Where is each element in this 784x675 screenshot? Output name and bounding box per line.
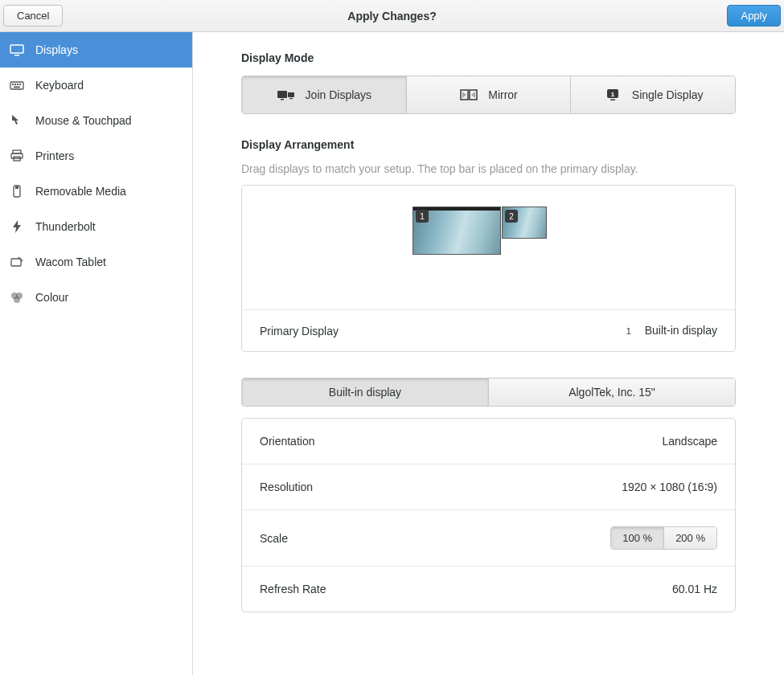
svg-rect-13 [11,259,21,266]
mode-join-button[interactable]: Join Displays [242,76,407,113]
content-panel: Display Mode Join Displays Mirror 1 Sing… [193,32,784,675]
svg-text:1: 1 [611,91,615,98]
display-2-thumbnail[interactable]: 2 [502,207,547,239]
join-displays-icon [277,88,296,102]
sidebar-item-label: Mouse & Touchpad [35,114,132,127]
tab-external[interactable]: AlgolTek, Inc. 15" [489,378,735,406]
svg-rect-1 [14,55,19,56]
display-icon [10,43,24,57]
svg-rect-19 [288,92,294,97]
display-settings-list: Orientation Landscape Resolution 1920 × … [241,418,736,612]
svg-rect-24 [610,100,615,101]
scale-label: Scale [260,532,288,545]
mode-single-button[interactable]: 1 Single Display [571,76,735,113]
display-1-thumbnail[interactable]: 1 [413,207,501,255]
tablet-icon [10,255,24,269]
single-display-icon: 1 [603,88,622,102]
svg-rect-4 [14,84,16,85]
display-badge: 2 [505,210,518,223]
mode-label: Mirror [488,88,518,101]
refresh-label: Refresh Rate [260,583,326,595]
sidebar-item-label: Printers [35,149,74,162]
primary-display-value: 1 Built-in display [622,324,717,338]
sidebar-item-label: Removable Media [35,185,126,198]
cancel-button[interactable]: Cancel [3,5,63,27]
sidebar-item-thunderbolt[interactable]: Thunderbolt [0,209,192,244]
printer-icon [10,149,24,163]
sidebar-item-label: Displays [35,43,78,56]
svg-rect-3 [12,84,14,85]
sidebar-item-mouse[interactable]: Mouse & Touchpad [0,103,192,138]
sidebar: Displays Keyboard Mouse & Touchpad Print… [0,32,193,675]
apply-button[interactable]: Apply [727,5,781,27]
resolution-value: 1920 × 1080 (16∶9) [622,481,717,493]
arrangement-help: Drag displays to match your setup. The t… [241,162,736,175]
svg-rect-18 [277,91,287,98]
sidebar-item-wacom[interactable]: Wacom Tablet [0,244,192,280]
sidebar-item-printers[interactable]: Printers [0,138,192,174]
svg-rect-6 [19,84,21,85]
sidebar-item-removable[interactable]: Removable Media [0,174,192,209]
primary-display-number: 1 [622,325,635,338]
sidebar-item-displays[interactable]: Displays [0,32,192,68]
svg-rect-7 [14,87,20,88]
window-title: Apply Changes? [0,10,784,22]
sidebar-item-label: Keyboard [35,79,84,92]
svg-rect-12 [15,186,18,189]
orientation-value: Landscape [662,435,717,448]
sidebar-item-label: Thunderbolt [35,220,96,233]
refresh-row[interactable]: Refresh Rate 60.01 Hz [242,567,735,612]
orientation-label: Orientation [260,435,314,448]
colour-icon [10,290,24,305]
removable-media-icon [10,184,24,198]
sidebar-item-colour[interactable]: Colour [0,280,192,315]
svg-rect-9 [11,153,23,158]
primary-display-row[interactable]: Primary Display 1 Built-in display [242,309,735,351]
keyboard-icon [10,78,24,92]
refresh-value: 60.01 Hz [672,583,717,595]
scale-200-button[interactable]: 200 % [664,527,716,549]
display-mode-title: Display Mode [241,51,736,64]
tab-builtin[interactable]: Built-in display [242,378,489,406]
primary-display-label: Primary Display [260,325,339,338]
svg-rect-2 [10,82,23,89]
orientation-row[interactable]: Orientation Landscape [242,419,735,464]
svg-rect-5 [17,84,18,85]
arrangement-box: 1 2 Primary Display 1 Built-in display [241,185,736,352]
svg-rect-20 [281,99,284,100]
arrangement-title: Display Arrangement [241,138,736,151]
display-badge: 1 [416,210,429,223]
scale-row: Scale 100 % 200 % [242,510,735,567]
mode-label: Single Display [632,88,704,101]
display-mode-switcher: Join Displays Mirror 1 Single Display [241,76,736,114]
mouse-icon [10,113,24,128]
display-tab-switcher: Built-in display AlgolTek, Inc. 15" [241,378,736,407]
resolution-row[interactable]: Resolution 1920 × 1080 (16∶9) [242,464,735,510]
sidebar-item-keyboard[interactable]: Keyboard [0,68,192,103]
svg-rect-21 [289,98,293,99]
arrangement-canvas[interactable]: 1 2 [242,186,735,309]
scale-switcher: 100 % 200 % [610,526,717,550]
mode-mirror-button[interactable]: Mirror [407,76,572,113]
thunderbolt-icon [10,219,24,234]
sidebar-item-label: Colour [35,291,68,304]
sidebar-item-label: Wacom Tablet [35,256,106,268]
scale-100-button[interactable]: 100 % [611,527,664,549]
svg-rect-0 [10,45,23,53]
mirror-icon [459,88,478,102]
svg-point-17 [14,297,20,303]
mode-label: Join Displays [306,88,371,101]
headerbar: Cancel Apply Changes? Apply [0,0,784,32]
resolution-label: Resolution [260,481,313,493]
